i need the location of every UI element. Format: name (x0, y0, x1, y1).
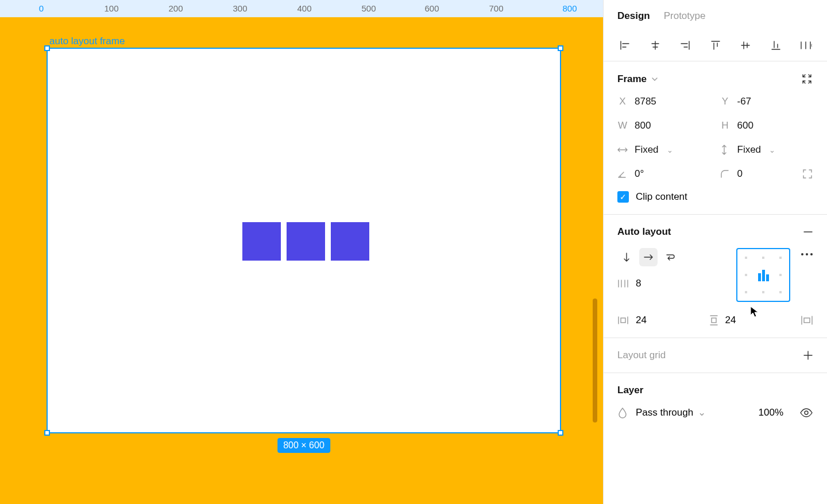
corner-radius-input[interactable]: 0 (720, 168, 743, 180)
height-input[interactable]: H 600 (720, 120, 814, 131)
svg-rect-3 (621, 318, 625, 323)
align-center-v-icon[interactable] (738, 38, 753, 53)
corner-radius-icon (720, 169, 731, 179)
resize-handle-tl[interactable] (44, 45, 50, 51)
square-shape[interactable] (242, 222, 281, 261)
scrollbar-thumb[interactable] (593, 298, 597, 422)
width-input[interactable]: W 800 (617, 120, 711, 131)
blend-mode-select[interactable]: Pass through ⌄ (636, 406, 706, 418)
resize-handle-br[interactable] (558, 430, 563, 436)
svg-rect-4 (712, 318, 716, 323)
align-bottom-icon[interactable] (768, 38, 783, 53)
ruler-tick: 700 (485, 0, 508, 17)
x-input[interactable]: X 8785 (617, 96, 711, 107)
ruler-tick: 500 (357, 0, 380, 17)
vertical-arrow-icon (720, 145, 731, 155)
gap-icon (617, 279, 629, 288)
height-sizing-select[interactable]: Fixed ⌄ (720, 144, 814, 156)
horizontal-arrow-icon (617, 146, 628, 154)
svg-point-1 (806, 253, 808, 255)
independent-corners-icon[interactable] (802, 168, 813, 180)
square-shape[interactable] (287, 222, 325, 261)
chevron-down-icon: ⌄ (769, 146, 775, 154)
padding-v-icon (709, 315, 718, 326)
padding-horizontal-input[interactable]: 24 (617, 315, 700, 326)
tab-prototype[interactable]: Prototype (664, 10, 706, 22)
independent-padding-icon[interactable] (801, 315, 813, 326)
align-right-icon[interactable] (678, 38, 693, 53)
align-top-icon[interactable] (708, 38, 723, 53)
frame-section: Frame X 8785 Y -67 W 800 H 600 (604, 61, 827, 215)
dimensions-badge: 800 × 600 (277, 438, 330, 453)
canvas-stage[interactable]: 0 100 200 300 400 500 600 700 800 auto l… (0, 0, 603, 504)
direction-horizontal-button[interactable] (639, 248, 658, 266)
layoutgrid-section: Layout grid (604, 338, 827, 373)
clip-content-checkbox[interactable]: ✓ (617, 191, 629, 203)
clip-content-label: Clip content (636, 191, 687, 203)
blend-mode-icon (617, 407, 628, 418)
ruler-tick: 400 (293, 0, 316, 17)
svg-point-2 (810, 253, 813, 255)
layer-title: Layer (617, 385, 643, 396)
frame-label[interactable]: auto layout frame (49, 36, 125, 47)
square-shape[interactable] (331, 222, 369, 261)
distribute-icon[interactable] (798, 38, 813, 53)
more-options-icon[interactable] (801, 251, 813, 257)
horizontal-ruler: 0 100 200 300 400 500 600 700 800 (0, 0, 603, 17)
layer-section: Layer Pass through ⌄ 100% (604, 373, 827, 430)
remove-autolayout-icon[interactable] (803, 227, 813, 237)
svg-point-6 (805, 411, 808, 414)
alignment-toolbar (604, 32, 827, 61)
gap-input[interactable]: 8 (617, 278, 679, 289)
direction-vertical-button[interactable] (617, 248, 636, 266)
align-left-icon[interactable] (617, 38, 632, 53)
panel-tabs: Design Prototype (604, 0, 827, 32)
ruler-tick: 800 (558, 0, 581, 17)
resize-handle-bl[interactable] (44, 430, 50, 436)
ruler-tick: 600 (420, 0, 443, 17)
ruler-tick: 0 (30, 0, 53, 17)
angle-icon (617, 169, 628, 179)
frame-section-title[interactable]: Frame (617, 73, 647, 85)
padding-h-icon (617, 316, 629, 325)
width-sizing-select[interactable]: Fixed ⌄ (617, 144, 711, 156)
autolayout-section: Auto layout 8 (604, 215, 827, 338)
fit-to-content-icon[interactable] (801, 73, 813, 86)
visibility-icon[interactable] (799, 408, 813, 418)
selected-frame[interactable]: 800 × 600 (47, 48, 561, 433)
tab-design[interactable]: Design (617, 10, 650, 22)
y-input[interactable]: Y -67 (720, 96, 814, 107)
chevron-down-icon: ⌄ (698, 406, 706, 418)
align-center-h-icon[interactable] (648, 38, 663, 53)
svg-rect-5 (804, 318, 810, 323)
inspector-panel: Design Prototype Frame X 8785 Y -67 (603, 0, 827, 504)
direction-wrap-button[interactable] (661, 248, 679, 266)
alignment-ninebox[interactable] (736, 248, 790, 302)
chevron-down-icon[interactable] (651, 76, 658, 83)
alignment-center-icon (758, 269, 769, 281)
opacity-input[interactable]: 100% (759, 407, 783, 418)
ruler-tick: 200 (164, 0, 187, 17)
autolayout-title: Auto layout (617, 226, 671, 238)
layoutgrid-title: Layout grid (617, 350, 666, 361)
child-shapes (242, 222, 369, 261)
ruler-tick: 300 (229, 0, 252, 17)
add-layoutgrid-icon[interactable] (803, 350, 813, 360)
chevron-down-icon: ⌄ (667, 146, 673, 154)
rotation-input[interactable]: 0° (617, 168, 711, 180)
padding-vertical-input[interactable]: 24 (709, 315, 792, 326)
resize-handle-tr[interactable] (558, 45, 563, 51)
svg-point-0 (801, 253, 803, 255)
ruler-tick: 100 (100, 0, 123, 17)
